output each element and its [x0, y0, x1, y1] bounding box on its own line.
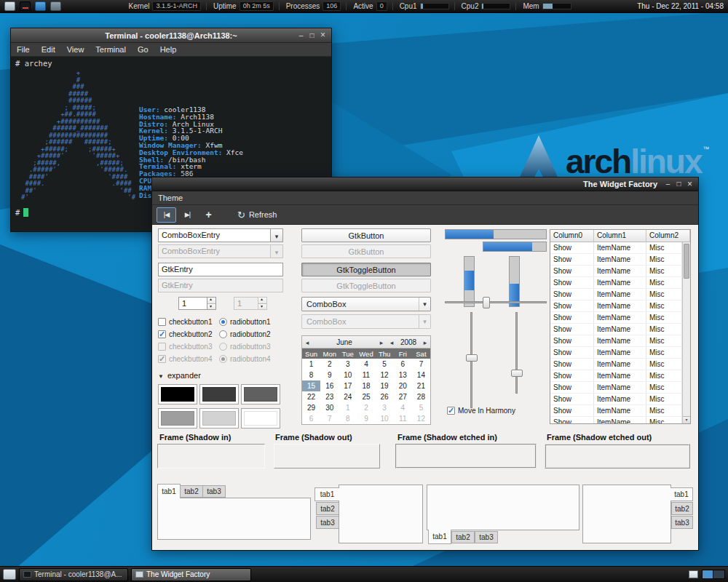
- treeview-scrollbar[interactable]: [682, 242, 690, 423]
- color-swatch[interactable]: [241, 384, 280, 404]
- comboboxentry-dropdown-button[interactable]: [270, 228, 283, 242]
- nb1-tab3[interactable]: tab3: [202, 485, 226, 498]
- nb4-tab3[interactable]: tab3: [671, 516, 693, 529]
- color-swatch[interactable]: [158, 408, 197, 428]
- calendar-day[interactable]: 11: [394, 413, 412, 424]
- minimize-icon[interactable]: [296, 32, 306, 39]
- calendar-day[interactable]: 3: [339, 359, 357, 370]
- next-year-button[interactable]: [420, 338, 430, 346]
- calendar-day[interactable]: 22: [302, 391, 320, 402]
- scroll-down-button[interactable]: [683, 416, 690, 423]
- maximize-icon[interactable]: [306, 32, 317, 39]
- calendar-day[interactable]: 6: [394, 359, 412, 370]
- menu-item-terminal[interactable]: Terminal: [90, 43, 132, 56]
- calendar-day[interactable]: 8: [302, 370, 320, 380]
- calendar-day[interactable]: 9: [357, 413, 375, 424]
- taskbar-item-widget-factory[interactable]: The Widget Factory: [131, 568, 251, 581]
- table-row[interactable]: ShowItemNameMisc: [550, 370, 682, 382]
- menu-item-theme[interactable]: Theme: [152, 191, 189, 204]
- menu-item-help[interactable]: Help: [154, 43, 183, 56]
- nb1-tab2[interactable]: tab2: [180, 485, 203, 498]
- treeview[interactable]: Column0 Column1 Column2 ShowItemNameMisc…: [550, 229, 691, 424]
- calendar-day[interactable]: 27: [394, 391, 412, 402]
- table-row[interactable]: ShowItemNameMisc: [550, 266, 682, 277]
- taskbar-item-terminal[interactable]: Terminal - cooler1138@A...: [19, 568, 128, 581]
- calendar-day[interactable]: 19: [376, 380, 394, 391]
- menu-item-view[interactable]: View: [61, 43, 90, 56]
- calendar-day[interactable]: 7: [320, 413, 339, 424]
- calendar-day[interactable]: 3: [376, 402, 394, 413]
- nb3-tab3[interactable]: tab3: [475, 531, 498, 543]
- calendar-day[interactable]: 5: [412, 402, 430, 413]
- scrollbar-thumb[interactable]: [684, 244, 689, 279]
- nb3-tab2[interactable]: tab2: [451, 531, 475, 543]
- launcher-icon-browser[interactable]: [35, 1, 46, 11]
- clock[interactable]: Thu - Dec 22, 2011 - 04:58: [637, 2, 724, 10]
- maximize-icon[interactable]: [673, 180, 684, 188]
- nb3-tab1[interactable]: tab1: [428, 530, 451, 544]
- table-row[interactable]: ShowItemNameMisc: [550, 300, 682, 312]
- calendar-day[interactable]: 17: [339, 380, 357, 391]
- spinbutton-input[interactable]: 1: [178, 297, 207, 310]
- calendar-day[interactable]: 4: [394, 402, 412, 413]
- nb4-tab1[interactable]: tab1: [670, 487, 693, 501]
- calendar-day[interactable]: 2: [320, 359, 339, 370]
- color-swatch[interactable]: [158, 384, 197, 404]
- spinbutton-down-button[interactable]: [207, 304, 215, 310]
- taskbar-launcher-icon[interactable]: [3, 569, 16, 580]
- prev-month-button[interactable]: [302, 338, 312, 346]
- combobox[interactable]: ComboBox: [301, 297, 431, 311]
- add-button[interactable]: [199, 207, 218, 223]
- calendar-day[interactable]: 4: [357, 359, 375, 370]
- launcher-icon-terminal[interactable]: [20, 1, 31, 11]
- expander[interactable]: expander: [158, 371, 201, 380]
- gtkentry-input[interactable]: GtkEntry: [158, 263, 283, 276]
- table-row[interactable]: ShowItemNameMisc: [550, 242, 682, 254]
- column-header-1[interactable]: Column1: [594, 230, 646, 242]
- calendar-day[interactable]: 9: [320, 370, 339, 380]
- harmony-checkbox[interactable]: Move In Harmony: [447, 406, 515, 415]
- calendar-day[interactable]: 23: [320, 391, 339, 402]
- calendar-day[interactable]: 1: [302, 359, 320, 370]
- calendar-day[interactable]: 10: [339, 370, 357, 380]
- color-swatch[interactable]: [199, 384, 239, 404]
- next-month-button[interactable]: [376, 338, 387, 346]
- workspace-1[interactable]: [703, 570, 713, 578]
- refresh-button[interactable]: Refresh: [232, 207, 282, 223]
- calendar-day[interactable]: 7: [412, 359, 430, 370]
- hscale-handle[interactable]: [483, 297, 490, 308]
- checkbutton-2[interactable]: checkbutton2: [158, 330, 213, 339]
- close-icon[interactable]: [317, 31, 328, 39]
- tray-icon[interactable]: [689, 570, 698, 578]
- column-header-2[interactable]: Column2: [646, 230, 690, 242]
- table-row[interactable]: ShowItemNameMisc: [550, 382, 682, 394]
- calendar-day[interactable]: 2: [357, 402, 375, 413]
- radiobutton-2[interactable]: radiobutton2: [219, 330, 271, 339]
- nb1-tab1[interactable]: tab1: [157, 484, 181, 498]
- calendar-day[interactable]: 10: [376, 413, 394, 424]
- nb2-tab2[interactable]: tab2: [316, 502, 339, 515]
- calendar-day[interactable]: 11: [357, 370, 375, 380]
- hscale-slider[interactable]: [445, 297, 547, 308]
- calendar-day[interactable]: 12: [376, 370, 394, 380]
- color-swatch[interactable]: [241, 408, 280, 428]
- gtktogglebutton[interactable]: GtkToggleButton: [301, 263, 431, 276]
- vscale-slider-2[interactable]: [511, 312, 523, 394]
- workspace-pager[interactable]: [702, 570, 725, 579]
- vscale2-handle[interactable]: [511, 370, 523, 377]
- nb4-tab2[interactable]: tab2: [671, 502, 693, 515]
- go-last-button[interactable]: [178, 207, 197, 223]
- radiobutton-1[interactable]: radiobutton1: [219, 317, 271, 327]
- gtkbutton[interactable]: GtkButton: [301, 228, 431, 242]
- calendar-day[interactable]: 26: [376, 391, 394, 402]
- prev-year-button[interactable]: [387, 338, 397, 346]
- launcher-icon-window-manager[interactable]: [4, 1, 15, 11]
- terminal-titlebar[interactable]: Terminal - cooler1138@Arch1138:~: [11, 28, 331, 43]
- menu-item-file[interactable]: File: [11, 43, 36, 56]
- menu-item-edit[interactable]: Edit: [36, 43, 61, 56]
- calendar-day[interactable]: 6: [302, 413, 320, 424]
- nb2-tab1[interactable]: tab1: [314, 487, 339, 501]
- calendar-day[interactable]: 8: [339, 413, 357, 424]
- twf-titlebar[interactable]: The Widget Factory: [152, 178, 698, 191]
- menu-item-go[interactable]: Go: [132, 43, 154, 56]
